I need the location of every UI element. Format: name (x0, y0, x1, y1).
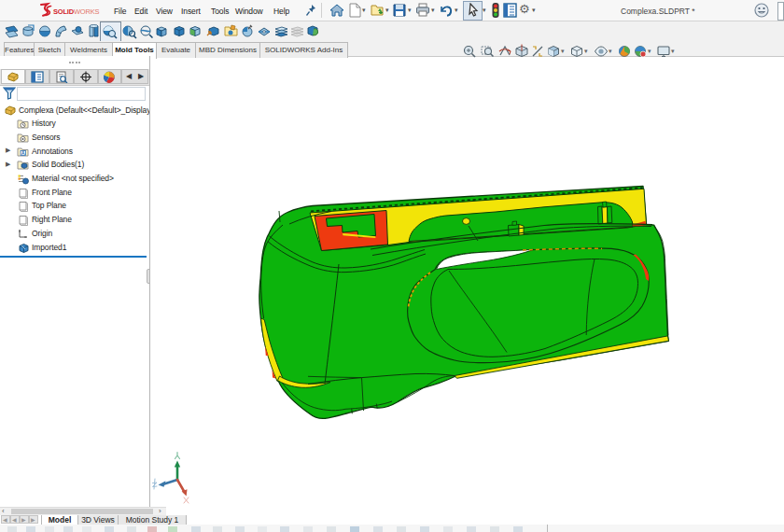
svg-text:A: A (21, 150, 25, 156)
